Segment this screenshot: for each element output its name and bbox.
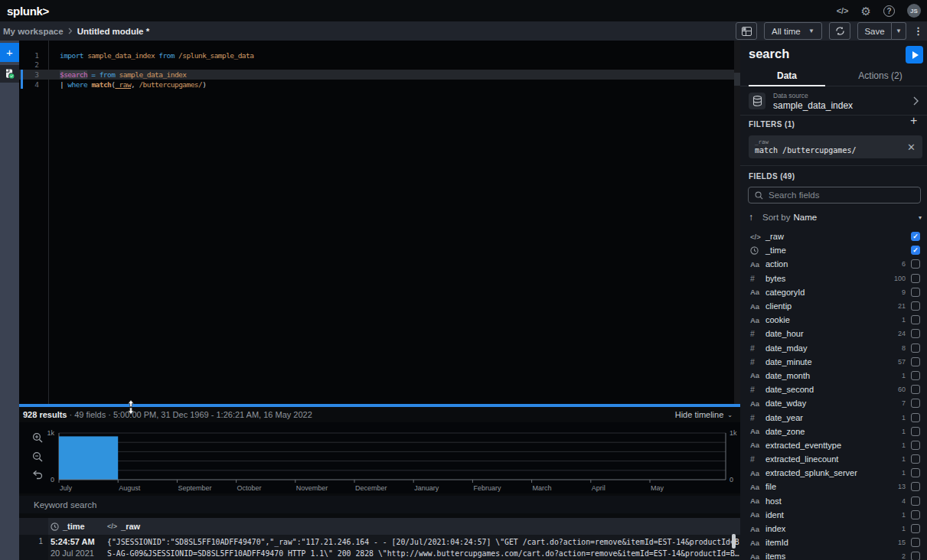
hash-type-icon: # (750, 385, 765, 394)
field-checkbox[interactable] (911, 301, 920, 311)
field-row-extracted_linecount[interactable]: #extracted_linecount1 (740, 452, 927, 466)
field-row-extracted_splunk_server[interactable]: Aaextracted_splunk_server1 (740, 466, 927, 480)
results-panel: 928 results · 49 fields · 5:00:00 PM, 31… (19, 407, 740, 560)
text-type-icon: Aa (750, 441, 765, 449)
save-menu-button[interactable]: ▼ (892, 22, 906, 40)
field-row-host[interactable]: Aahost4 (740, 494, 927, 508)
refresh-button[interactable] (829, 22, 850, 40)
field-row-date_zone[interactable]: Aadate_zone1 (740, 425, 927, 438)
field-checkbox[interactable] (911, 329, 920, 338)
sort-row[interactable]: ↑ Sort by Name ▾ (749, 210, 922, 224)
field-checkbox[interactable] (911, 288, 920, 297)
settings-gear-icon[interactable]: ⚙ (861, 5, 871, 17)
field-checkbox[interactable] (911, 371, 920, 380)
table-scrollbar[interactable] (732, 534, 736, 549)
keyword-search-input[interactable]: Keyword search (19, 496, 740, 513)
field-row-extracted_eventtype[interactable]: Aaextracted_eventtype1 (740, 438, 927, 452)
field-row-date_year[interactable]: #date_year1 (740, 410, 927, 424)
field-name: _raw (765, 232, 784, 241)
add-button[interactable]: + (0, 43, 19, 62)
field-checkbox[interactable] (911, 441, 920, 450)
svg-text:0: 0 (730, 476, 733, 483)
field-row-ident[interactable]: Aaident1 (740, 508, 927, 522)
breadcrumb-workspace[interactable]: My workspace (3, 27, 64, 36)
field-row-index[interactable]: Aaindex1 (740, 522, 927, 536)
field-checkbox[interactable] (911, 497, 920, 506)
field-row-date_month[interactable]: Aadate_month1 (740, 369, 927, 383)
field-checkbox[interactable] (911, 524, 920, 533)
field-checkbox[interactable]: ✓ (911, 246, 920, 255)
data-source-row[interactable]: Data source sample_data_index (749, 91, 919, 111)
clock-type-icon (750, 246, 765, 255)
code-line[interactable]: 3$search = from sample_data_index (19, 70, 734, 80)
field-row-items[interactable]: Aaitems2 (740, 549, 927, 560)
code-line[interactable]: 4| where match(_raw, /buttercupgames/) (19, 80, 734, 90)
field-row-date_wday[interactable]: Aadate_wday7 (740, 396, 927, 410)
field-checkbox[interactable] (911, 385, 920, 394)
field-row-action[interactable]: Aaaction6 (740, 257, 927, 271)
field-row-cookie[interactable]: Aacookie1 (740, 313, 927, 327)
text-type-icon: Aa (750, 483, 765, 491)
field-checkbox[interactable] (911, 552, 920, 560)
field-row-_raw[interactable]: </>_raw✓ (740, 230, 927, 243)
layout-button[interactable] (736, 22, 757, 40)
code-icon[interactable]: </> (837, 6, 849, 15)
field-row-_time[interactable]: _time✓ (740, 243, 927, 257)
field-checkbox[interactable] (911, 510, 920, 519)
field-row-file[interactable]: Aafile13 (740, 480, 927, 493)
field-row-bytes[interactable]: #bytes100 (740, 272, 927, 285)
field-checkbox[interactable] (911, 357, 920, 366)
field-checkbox[interactable] (911, 427, 920, 436)
tab-actions[interactable]: Actions (2) (834, 66, 927, 86)
field-row-date_mday[interactable]: #date_mday8 (740, 341, 927, 355)
field-checkbox[interactable] (911, 259, 920, 269)
code-line[interactable]: 2 (19, 60, 734, 70)
editor-scrollbar[interactable] (734, 41, 740, 404)
field-name: date_second (765, 385, 814, 394)
time-range-button[interactable]: All time▼ (764, 22, 822, 40)
field-checkbox[interactable] (911, 538, 920, 547)
field-checkbox[interactable] (911, 343, 920, 353)
hash-type-icon: # (750, 329, 765, 338)
field-count: 1 (902, 469, 906, 477)
table-row[interactable]: 1 5:24:57 AM 20 Jul 2021 {"JSESSIONID":"… (19, 535, 740, 560)
more-menu-button[interactable]: ⋮ (913, 25, 921, 37)
field-name: date_mday (765, 343, 807, 353)
run-search-button[interactable] (906, 46, 923, 63)
field-checkbox[interactable] (911, 274, 920, 283)
field-row-clientip[interactable]: Aaclientip21 (740, 299, 927, 313)
column-header-raw[interactable]: </> _raw (107, 522, 140, 531)
timeline-histogram[interactable]: JulyAugustSeptemberOctoberNovemberDecemb… (19, 422, 740, 493)
svg-text:November: November (296, 484, 328, 492)
code-editor[interactable]: 1import sample_data_index from /splunk_s… (19, 41, 740, 404)
remove-filter-icon[interactable]: ✕ (907, 142, 916, 153)
field-row-categoryId[interactable]: AacategoryId9 (740, 285, 927, 299)
add-filter-button[interactable]: + (910, 114, 917, 128)
avatar[interactable]: JS (907, 4, 921, 18)
save-button[interactable]: Save (857, 22, 892, 40)
code-line[interactable]: 1import sample_data_index from /splunk_s… (19, 50, 734, 60)
tab-data[interactable]: Data (740, 66, 834, 86)
field-checkbox[interactable] (911, 454, 920, 464)
column-header-time[interactable]: _time (48, 522, 107, 531)
field-checkbox[interactable] (911, 468, 920, 477)
field-row-date_hour[interactable]: #date_hour24 (740, 327, 927, 340)
hash-type-icon: # (750, 343, 765, 353)
field-row-itemId[interactable]: AaitemId15 (740, 536, 927, 549)
field-count: 7 (902, 399, 906, 407)
help-icon[interactable]: ? (883, 5, 895, 17)
field-row-date_second[interactable]: #date_second60 (740, 383, 927, 396)
field-checkbox[interactable]: ✓ (911, 232, 920, 241)
field-checkbox[interactable] (911, 315, 920, 324)
field-checkbox[interactable] (911, 482, 920, 491)
raw-cell: {"JSESSIONID":"SD8SL5FF10ADFF49470","_ra… (107, 535, 740, 560)
hide-timeline-toggle[interactable]: Hide timeline⌄ (675, 410, 733, 419)
chevron-right-icon (913, 96, 919, 106)
field-search-input[interactable]: Search fields (748, 187, 921, 203)
module-tile[interactable] (0, 65, 19, 83)
field-row-date_minute[interactable]: #date_minute57 (740, 355, 927, 369)
field-checkbox[interactable] (911, 399, 920, 408)
filter-chip[interactable]: _raw match /buttercupgames/ ✕ (749, 135, 922, 158)
field-checkbox[interactable] (911, 413, 920, 422)
svg-text:January: January (414, 484, 439, 492)
